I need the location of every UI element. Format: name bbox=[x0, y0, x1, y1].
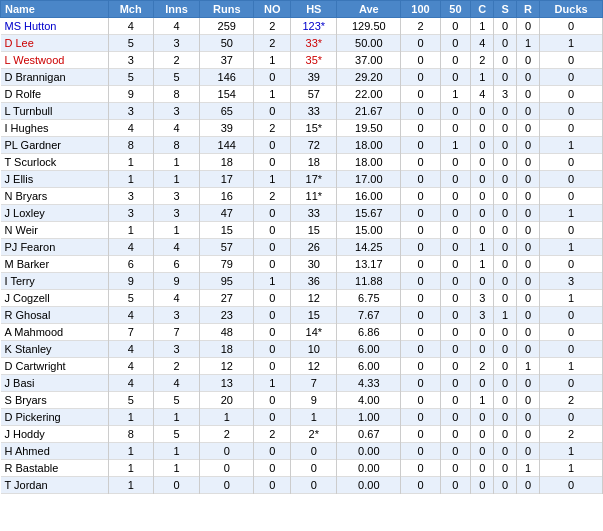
table-cell: 0 bbox=[401, 358, 441, 375]
table-cell: 0 bbox=[540, 341, 603, 358]
table-cell: 0 bbox=[516, 477, 539, 494]
table-cell: 0 bbox=[440, 426, 470, 443]
col-header-no: NO bbox=[254, 1, 291, 18]
table-cell: 0 bbox=[254, 477, 291, 494]
table-cell: H Ahmed bbox=[1, 443, 109, 460]
table-cell: 15 bbox=[291, 307, 337, 324]
table-cell: 4 bbox=[153, 18, 199, 35]
table-cell: 3 bbox=[153, 103, 199, 120]
table-cell: 0 bbox=[401, 375, 441, 392]
table-cell: L Westwood bbox=[1, 52, 109, 69]
table-row: M Barker667903013.17001000 bbox=[1, 256, 603, 273]
table-cell: 2 bbox=[540, 426, 603, 443]
table-cell: 0 bbox=[440, 443, 470, 460]
table-cell: 0 bbox=[440, 35, 470, 52]
table-row: J Cogzell54270126.75003001 bbox=[1, 290, 603, 307]
table-cell: 1 bbox=[153, 222, 199, 239]
table-row: L Westwood3237135*37.00002000 bbox=[1, 52, 603, 69]
table-cell: 21.67 bbox=[337, 103, 401, 120]
table-cell: 8 bbox=[153, 86, 199, 103]
table-cell: 5 bbox=[108, 392, 153, 409]
table-cell: 2 bbox=[470, 358, 493, 375]
table-cell: 50 bbox=[200, 35, 254, 52]
table-cell: 123* bbox=[291, 18, 337, 35]
table-cell: N Bryars bbox=[1, 188, 109, 205]
table-cell: 1 bbox=[291, 409, 337, 426]
table-cell: 4.00 bbox=[337, 392, 401, 409]
table-cell: 1 bbox=[254, 86, 291, 103]
table-cell: 1 bbox=[254, 375, 291, 392]
table-cell: 3 bbox=[153, 205, 199, 222]
table-cell: 0 bbox=[494, 256, 516, 273]
table-cell: 15.67 bbox=[337, 205, 401, 222]
table-cell: 0 bbox=[516, 154, 539, 171]
table-row: R Ghosal43230157.67003100 bbox=[1, 307, 603, 324]
table-cell: 0 bbox=[401, 35, 441, 52]
table-cell: 0 bbox=[470, 375, 493, 392]
table-row: H Ahmed110000.00000001 bbox=[1, 443, 603, 460]
table-cell: 1 bbox=[516, 460, 539, 477]
table-cell: 5 bbox=[153, 426, 199, 443]
table-cell: 79 bbox=[200, 256, 254, 273]
table-cell: 0 bbox=[540, 69, 603, 86]
table-row: N Bryars3316211*16.00000000 bbox=[1, 188, 603, 205]
table-cell: 0 bbox=[401, 392, 441, 409]
table-cell: 2 bbox=[401, 18, 441, 35]
table-cell: 0 bbox=[401, 154, 441, 171]
table-cell: 0 bbox=[494, 69, 516, 86]
table-cell: 0 bbox=[401, 52, 441, 69]
col-header-inns: Inns bbox=[153, 1, 199, 18]
table-cell: M Barker bbox=[1, 256, 109, 273]
table-cell: 0 bbox=[401, 460, 441, 477]
table-cell: 0.00 bbox=[337, 477, 401, 494]
table-cell: 0 bbox=[470, 205, 493, 222]
table-cell: 0 bbox=[254, 460, 291, 477]
table-cell: 0 bbox=[470, 137, 493, 154]
table-cell: 0 bbox=[540, 409, 603, 426]
table-row: D Brannigan5514603929.20001000 bbox=[1, 69, 603, 86]
table-cell: 1 bbox=[516, 358, 539, 375]
table-cell: R Ghosal bbox=[1, 307, 109, 324]
table-cell: 0 bbox=[470, 460, 493, 477]
table-row: N Weir111501515.00000000 bbox=[1, 222, 603, 239]
table-cell: 37 bbox=[200, 52, 254, 69]
table-cell: 12 bbox=[291, 290, 337, 307]
table-cell: 47 bbox=[200, 205, 254, 222]
table-cell: 33 bbox=[291, 103, 337, 120]
col-header-r: R bbox=[516, 1, 539, 18]
table-cell: 0 bbox=[291, 443, 337, 460]
table-cell: 0 bbox=[200, 477, 254, 494]
table-cell: 22.00 bbox=[337, 86, 401, 103]
table-cell: 1 bbox=[470, 239, 493, 256]
table-cell: 1 bbox=[470, 392, 493, 409]
table-cell: 0.00 bbox=[337, 443, 401, 460]
col-header-s: S bbox=[494, 1, 516, 18]
table-row: J Basi4413174.33000000 bbox=[1, 375, 603, 392]
table-cell: 0 bbox=[254, 409, 291, 426]
table-cell: 4 bbox=[108, 18, 153, 35]
table-cell: 18 bbox=[291, 154, 337, 171]
table-cell: 0 bbox=[540, 307, 603, 324]
table-cell: 0 bbox=[470, 443, 493, 460]
table-cell: 1 bbox=[153, 171, 199, 188]
table-cell: 2 bbox=[153, 52, 199, 69]
table-cell: 0 bbox=[440, 290, 470, 307]
table-cell: 0 bbox=[254, 324, 291, 341]
table-cell: 0 bbox=[516, 222, 539, 239]
table-cell: 0 bbox=[254, 154, 291, 171]
table-cell: 0 bbox=[494, 341, 516, 358]
table-cell: 1 bbox=[540, 35, 603, 52]
table-cell: 0 bbox=[401, 222, 441, 239]
table-cell: I Terry bbox=[1, 273, 109, 290]
table-cell: 0 bbox=[401, 273, 441, 290]
table-cell: 2 bbox=[254, 188, 291, 205]
table-cell: 0 bbox=[494, 52, 516, 69]
table-cell: 13.17 bbox=[337, 256, 401, 273]
table-cell: 0 bbox=[494, 426, 516, 443]
table-cell: 17* bbox=[291, 171, 337, 188]
table-cell: 3 bbox=[108, 103, 153, 120]
table-cell: 0 bbox=[540, 120, 603, 137]
table-cell: D Cartwright bbox=[1, 358, 109, 375]
table-cell: 0 bbox=[291, 477, 337, 494]
table-row: J Hoddy85222*0.67000002 bbox=[1, 426, 603, 443]
